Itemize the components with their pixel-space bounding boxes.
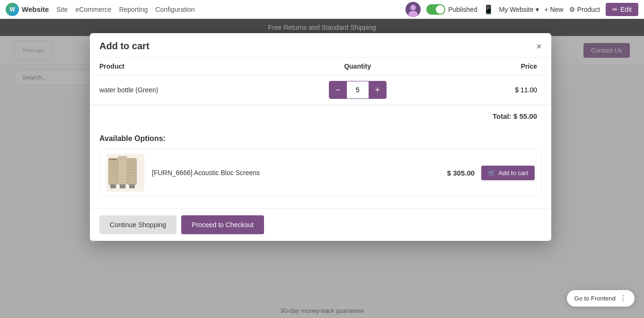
nav-reporting[interactable]: Reporting [119,6,148,13]
quantity-col-header: Quantity [269,58,446,75]
modal-title: Add to cart [99,41,150,52]
top-nav-right: Published 📱 My Website ▾ + New ⚙ Product… [406,2,638,17]
svg-rect-23 [128,159,136,185]
go-to-frontend-widget: Go to Frontend ⋮ [567,290,635,307]
modal-body: Product Quantity Price water bottle (Gre… [90,58,551,208]
svg-rect-3 [109,159,117,185]
quantity-control: − + [329,81,387,99]
svg-rect-4 [109,159,117,160]
gear-icon: ⚙ [569,6,575,13]
close-icon: × [536,41,542,52]
nav-site[interactable]: Site [56,6,68,13]
top-nav-bar: W Website Site eCommerce Reporting Confi… [0,0,644,19]
minus-icon: − [335,85,340,95]
product-button[interactable]: ⚙ Product [569,6,600,13]
modal-header: Add to cart × [90,33,551,58]
edit-button[interactable]: ✏ Edit [606,3,638,16]
product-col-header: Product [90,58,269,75]
option-item: [FURN_6666] Acoustic Bloc Screens $ 305.… [99,149,542,197]
top-nav-links: Site eCommerce Reporting Configuration [56,6,194,13]
option-add-to-cart-button[interactable]: 🛒 Add to cart [481,166,535,180]
nav-ecommerce[interactable]: eCommerce [75,6,111,13]
chevron-down-icon: ▾ [536,6,539,13]
published-label: Published [448,6,477,13]
cart-total: Total: $ 55.00 [90,105,551,127]
quantity-cell: − + [269,75,446,105]
odoo-logo-icon: W [6,3,19,16]
my-website-btn[interactable]: My Website ▾ [499,6,539,13]
table-row: water bottle (Green) − + [90,75,551,105]
new-button[interactable]: + New [545,6,564,13]
svg-rect-33 [120,185,125,188]
published-toggle[interactable]: Published [426,4,477,15]
price-col-header: Price [446,58,551,75]
modal-close-button[interactable]: × [536,42,542,51]
proceed-to-checkout-button[interactable]: Proceed to Checkout [181,215,264,234]
modal-footer: Continue Shopping Proceed to Checkout [90,208,551,241]
user-avatar[interactable] [406,2,421,17]
price-cell: $ 11.00 [446,75,551,105]
available-options-title: Available Options: [99,134,542,143]
product-cell: water bottle (Green) [90,75,269,105]
cart-icon: 🛒 [488,169,495,177]
continue-shopping-button[interactable]: Continue Shopping [99,215,176,234]
more-options-icon[interactable]: ⋮ [619,294,627,303]
mobile-icon[interactable]: 📱 [483,4,494,15]
svg-point-1 [410,5,416,10]
product-name: water bottle (Green) [99,86,159,94]
option-product-image [106,154,144,192]
available-options-section: Available Options: [90,127,551,208]
qty-decrease-button[interactable]: − [329,81,346,98]
nav-configuration[interactable]: Configuration [155,6,194,13]
furniture-image-svg [106,154,144,192]
pencil-icon: ✏ [612,6,618,13]
svg-rect-13 [118,157,127,185]
qty-increase-button[interactable]: + [369,81,386,98]
cart-table: Product Quantity Price water bottle (Gre… [90,58,551,105]
option-product-name: [FURN_6666] Acoustic Bloc Screens [152,169,447,177]
add-to-cart-modal: Add to cart × Product Quantity Price wat… [90,33,551,241]
svg-rect-34 [129,185,135,188]
go-to-frontend-label[interactable]: Go to Frontend [574,295,616,302]
quantity-input[interactable] [346,81,369,98]
toggle-switch[interactable] [426,4,445,15]
app-logo-area: W Website [6,3,49,16]
svg-rect-32 [110,185,116,188]
option-product-price: $ 305.00 [447,169,475,177]
app-name: Website [22,5,49,13]
plus-icon: + [375,85,380,95]
